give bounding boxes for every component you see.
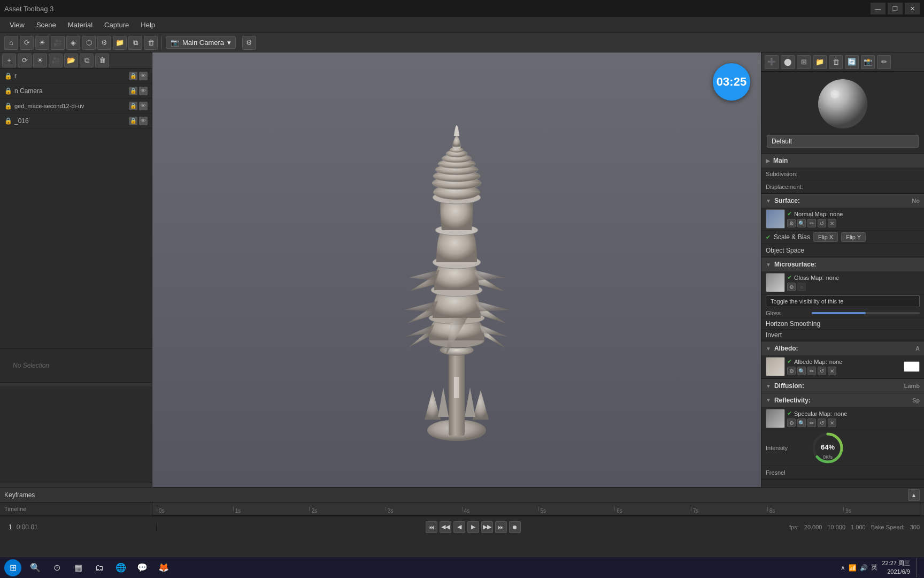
taskbar-store[interactable]: ▦ — [68, 558, 88, 577]
restore-button[interactable]: ❐ — [888, 3, 903, 14]
record-btn[interactable]: ⏺ — [509, 521, 521, 533]
albedo-clear-btn[interactable]: ✕ — [828, 367, 836, 375]
albedo-search-btn[interactable]: 🔍 — [797, 367, 806, 375]
surface-section-header[interactable]: ▼ Surface: No — [761, 194, 924, 208]
rt-refresh-btn[interactable]: 🔄 — [845, 55, 859, 69]
gloss-search-btn[interactable]: ○ — [797, 283, 806, 291]
specular-map-checkbox[interactable]: ✔ — [787, 410, 792, 417]
start-button[interactable]: ⊞ — [4, 559, 21, 576]
specular-search-btn[interactable]: 🔍 — [797, 419, 806, 427]
scene-item-2[interactable]: 🔒 ged_mace-second12-di-uv 🔒 👁 — [0, 98, 152, 113]
menu-help[interactable]: Help — [135, 19, 160, 31]
toolbar-light-button[interactable]: ☀ — [35, 36, 49, 50]
diffusion-header[interactable]: ▼ Diffusion: Lamb — [761, 379, 924, 393]
normal-map-checkbox[interactable]: ✔ — [787, 210, 792, 217]
gloss-settings-btn[interactable]: ⚙ — [787, 283, 796, 291]
rt-edit-btn[interactable]: ✏ — [877, 55, 891, 69]
gloss-slider-track[interactable] — [812, 312, 920, 314]
rt-folder-btn[interactable]: 📁 — [813, 55, 827, 69]
normal-map-clear-btn[interactable]: ✕ — [828, 219, 836, 227]
show-desktop-btn[interactable] — [917, 558, 920, 577]
camera-selector[interactable]: 📷 Main Camera ▾ — [166, 36, 236, 49]
toolbar-delete-btn[interactable]: 🗑 — [144, 36, 158, 50]
normal-map-settings-btn[interactable]: ⚙ — [787, 219, 796, 227]
scene-item-lock-icon-3[interactable]: 🔒 — [129, 117, 137, 125]
toolbar-camera-btn[interactable]: 🎥 — [51, 36, 65, 50]
gloss-map-checkbox[interactable]: ✔ — [787, 274, 792, 281]
toolbar-post-btn[interactable]: ⬡ — [82, 36, 96, 50]
scene-item-1[interactable]: 🔒 n Camera 🔒 👁 — [0, 83, 152, 98]
play-forward-fast-btn[interactable]: ▶▶ — [481, 521, 493, 533]
toolbar-folder-btn[interactable]: 📁 — [113, 36, 127, 50]
panel-light-btn[interactable]: ☀ — [33, 54, 47, 67]
viewport[interactable]: 03:25 — [152, 52, 761, 487]
panel-add-btn[interactable]: + — [2, 54, 16, 67]
normal-map-reload-btn[interactable]: ↺ — [818, 219, 826, 227]
toolbar-layers-btn[interactable]: ⧉ — [128, 36, 142, 50]
reflectivity-header[interactable]: ▼ Reflectivity: Sp — [761, 393, 924, 407]
timeline-up-btn[interactable]: ▲ — [908, 489, 920, 501]
panel-folder-open-btn[interactable]: 📂 — [64, 54, 78, 67]
taskbar-browser[interactable]: 🌐 — [111, 558, 130, 577]
specular-settings-btn[interactable]: ⚙ — [787, 419, 796, 427]
toolbar-material-btn[interactable]: ◈ — [66, 36, 80, 50]
scene-item-eye-icon-2[interactable]: 👁 — [139, 102, 148, 110]
scale-bias-checkbox[interactable]: ✔ — [766, 234, 771, 241]
rt-sphere-btn[interactable]: ⬤ — [781, 55, 795, 69]
panel-delete-btn[interactable]: 🗑 — [95, 54, 109, 67]
main-section-header[interactable]: ▶ Main — [761, 154, 924, 168]
toolbar-home-button[interactable]: ⌂ — [4, 36, 18, 50]
scene-item-eye-icon-1[interactable]: 👁 — [139, 87, 148, 95]
toolbar-transform-button[interactable]: ⟳ — [20, 36, 34, 50]
scene-item-eye-icon-0[interactable]: 👁 — [139, 72, 148, 80]
scene-item-lock-icon-1[interactable]: 🔒 — [129, 87, 137, 95]
panel-resize-handle[interactable] — [0, 382, 152, 386]
panel-transform-btn[interactable]: ⟳ — [18, 54, 32, 67]
normal-map-search-btn[interactable]: 🔍 — [797, 219, 806, 227]
menu-view[interactable]: View — [4, 19, 30, 31]
scene-item-lock-icon-0[interactable]: 🔒 — [129, 72, 137, 80]
menu-scene[interactable]: Scene — [31, 19, 61, 31]
play-back-fast-btn[interactable]: ◀◀ — [440, 521, 451, 533]
normal-map-edit-btn[interactable]: ✏ — [807, 219, 816, 227]
taskbar-task-view[interactable]: ⊙ — [47, 558, 66, 577]
taskbar-browser2[interactable]: 🦊 — [154, 558, 173, 577]
albedo-map-checkbox[interactable]: ✔ — [787, 358, 792, 365]
taskbar-file-manager[interactable]: 🗂 — [90, 558, 109, 577]
albedo-color-swatch[interactable] — [904, 361, 920, 372]
toolbar-settings-btn[interactable]: ⚙ — [97, 36, 111, 50]
rt-trash-btn[interactable]: 🗑 — [829, 55, 843, 69]
specular-reload-btn[interactable]: ↺ — [818, 419, 826, 427]
taskbar-chat[interactable]: 💬 — [133, 558, 152, 577]
play-skip-forward-btn[interactable]: ⏭ — [495, 521, 507, 533]
rt-grid-btn[interactable]: ⊞ — [797, 55, 811, 69]
play-btn[interactable]: ▶ — [467, 521, 479, 533]
albedo-settings-btn[interactable]: ⚙ — [787, 367, 796, 375]
rt-capture-btn[interactable]: 📸 — [861, 55, 875, 69]
minimize-button[interactable]: — — [871, 3, 886, 14]
scene-item-3[interactable]: 🔒 _016 🔒 👁 — [0, 113, 152, 128]
panel-layers-btn[interactable]: ⧉ — [80, 54, 94, 67]
close-button[interactable]: ✕ — [905, 3, 920, 14]
flip-y-btn[interactable]: Flip Y — [841, 232, 866, 242]
scene-item-eye-icon-3[interactable]: 👁 — [139, 117, 148, 125]
play-back-btn[interactable]: ◀ — [453, 521, 465, 533]
taskbar-search[interactable]: 🔍 — [26, 558, 45, 577]
panel-resize-handle2[interactable] — [0, 483, 152, 487]
timeline-right-btn[interactable] — [920, 503, 924, 515]
material-name[interactable]: Default — [767, 135, 919, 148]
albedo-header[interactable]: ▼ Albedo: A — [761, 341, 924, 355]
panel-camera-btn[interactable]: 🎥 — [49, 54, 63, 67]
albedo-edit-btn[interactable]: ✏ — [807, 367, 816, 375]
specular-clear-btn[interactable]: ✕ — [828, 419, 836, 427]
tray-up-arrow[interactable]: ∧ — [841, 564, 845, 572]
play-skip-back-btn[interactable]: ⏮ — [426, 521, 437, 533]
flip-x-btn[interactable]: Flip X — [813, 232, 838, 242]
albedo-reload-btn[interactable]: ↺ — [818, 367, 826, 375]
scene-item-0[interactable]: 🔒 r 🔒 👁 — [0, 69, 152, 83]
menu-capture[interactable]: Capture — [99, 19, 134, 31]
system-clock[interactable]: 22:27 周三 2021/6/9 — [882, 559, 910, 576]
scene-item-lock-icon-2[interactable]: 🔒 — [129, 102, 137, 110]
menu-material[interactable]: Material — [63, 19, 98, 31]
microsurface-header[interactable]: ▼ Microsurface: — [761, 257, 924, 271]
